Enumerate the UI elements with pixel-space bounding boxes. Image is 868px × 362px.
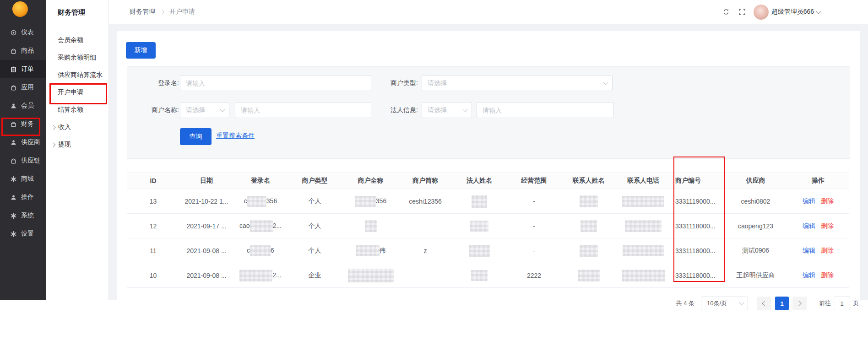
column-header-法人姓名: 法人姓名 bbox=[452, 177, 507, 185]
legal-info-select[interactable]: 请选择 bbox=[422, 102, 472, 118]
table-row: 102021-09-08 ...2...企业22223331118000...王… bbox=[127, 263, 849, 288]
cell-text: 356 bbox=[376, 197, 386, 204]
submenu-item-收入[interactable]: 收入 bbox=[46, 119, 108, 136]
sidebar-item-设置[interactable]: 设置 bbox=[0, 225, 46, 243]
column-header-登录名: 登录名 bbox=[234, 177, 287, 185]
user-avatar[interactable] bbox=[754, 5, 769, 20]
sidebar-item-label: 会员 bbox=[21, 102, 34, 110]
cell-联系人姓名 bbox=[561, 270, 616, 281]
merchant-name-select[interactable]: 请选择 bbox=[180, 102, 229, 118]
table-row: 122021-09-17 ...cao2...个人-3331118000...c… bbox=[127, 214, 849, 238]
workspace-avatar[interactable] bbox=[12, 1, 28, 17]
cell-法人姓名 bbox=[452, 221, 507, 232]
submenu-item-供应商结算流水[interactable]: 供应商结算流水 bbox=[46, 66, 108, 84]
fullscreen-icon[interactable] bbox=[738, 8, 746, 16]
delete-link[interactable]: 删除 bbox=[821, 271, 834, 279]
clipboard-icon bbox=[10, 66, 17, 73]
delete-link[interactable]: 删除 bbox=[821, 247, 834, 254]
redacted-blur bbox=[622, 196, 664, 207]
redacted-blur bbox=[355, 196, 376, 207]
cell-商户类型: 个人 bbox=[287, 222, 342, 230]
sidebar-item-label: 商城 bbox=[21, 175, 34, 183]
column-header-联系人姓名: 联系人姓名 bbox=[561, 177, 616, 185]
cell-商户编号: 3331118000... bbox=[671, 247, 724, 254]
page-content: 新增 登录名: 商户类型: 请选择 商户名称: 请选择 bbox=[109, 24, 868, 300]
redacted-blur bbox=[472, 195, 487, 208]
submenu-item-会员余额[interactable]: 会员余额 bbox=[46, 32, 108, 49]
cell-法人姓名 bbox=[452, 270, 507, 281]
edit-link[interactable]: 编辑 bbox=[803, 197, 815, 205]
cell-法人姓名 bbox=[452, 195, 507, 208]
merchant-type-label: 商户类型: bbox=[326, 75, 418, 91]
cell-供应商: caopeng123 bbox=[724, 222, 787, 230]
cell-经营范围: - bbox=[507, 222, 561, 230]
cell-商户编号: 3331119000... bbox=[671, 198, 724, 205]
submenu-item-label: 采购余额明细 bbox=[58, 54, 96, 62]
sidebar-item-label: 设置 bbox=[21, 230, 34, 238]
cell-联系人电话 bbox=[616, 220, 671, 232]
sidebar-item-label: 操作 bbox=[21, 193, 34, 201]
next-page-button[interactable] bbox=[792, 297, 807, 310]
submenu-item-采购余额明细[interactable]: 采购余额明细 bbox=[46, 49, 108, 66]
sidebar-item-财务[interactable]: 财务 bbox=[0, 115, 46, 133]
legal-info-input[interactable] bbox=[477, 102, 614, 118]
sidebar-item-应用[interactable]: 应用 bbox=[0, 78, 46, 97]
sidebar-item-操作[interactable]: 操作 bbox=[0, 188, 46, 206]
sidebar-item-供应链[interactable]: 供应链 bbox=[0, 151, 46, 170]
gear-icon bbox=[10, 231, 17, 238]
sidebar-item-商品[interactable]: 商品 bbox=[0, 42, 46, 60]
cell-text: 6 bbox=[271, 246, 274, 254]
column-header-商户全称: 商户全称 bbox=[342, 177, 399, 185]
cell-供应商: ceshi0802 bbox=[724, 198, 787, 205]
chevron-left-icon bbox=[762, 301, 767, 306]
page-1-button[interactable]: 1 bbox=[775, 297, 789, 310]
cell-日期: 2021-10-22 1... bbox=[179, 198, 234, 205]
cell-ID: 12 bbox=[127, 222, 179, 230]
sidebar-item-仪表[interactable]: 仪表 bbox=[0, 23, 46, 42]
table-header-row: ID日期登录名商户类型商户全称商户简称法人姓名经营范围联系人姓名联系人电话商户编… bbox=[127, 173, 849, 189]
search-button[interactable]: 查询 bbox=[180, 128, 212, 145]
redacted-blur bbox=[250, 220, 273, 232]
user-icon bbox=[10, 194, 17, 201]
reset-search-link[interactable]: 重置搜索条件 bbox=[216, 132, 255, 140]
prev-page-button[interactable] bbox=[757, 297, 771, 310]
gauge-icon bbox=[10, 29, 17, 36]
chevron-down-icon[interactable] bbox=[816, 9, 821, 14]
cell-联系人姓名 bbox=[561, 245, 616, 257]
redacted-blur bbox=[356, 245, 380, 256]
username[interactable]: 超级管理员666 bbox=[771, 8, 814, 16]
sidebar-item-label: 应用 bbox=[21, 83, 34, 92]
breadcrumb-separator-icon bbox=[160, 10, 165, 14]
submenu-items: 会员余额采购余额明细供应商结算流水开户申请结算余额收入提现 bbox=[46, 24, 108, 153]
sidebar-item-会员[interactable]: 会员 bbox=[0, 97, 46, 115]
cell-text: c bbox=[247, 246, 250, 254]
sidebar-item-供应商[interactable]: 供应商 bbox=[0, 133, 46, 151]
delete-link[interactable]: 删除 bbox=[821, 222, 834, 229]
edit-link[interactable]: 编辑 bbox=[803, 247, 815, 254]
submenu-item-开户申请[interactable]: 开户申请 bbox=[46, 84, 108, 101]
edit-link[interactable]: 编辑 bbox=[803, 271, 815, 279]
goto-page-input[interactable] bbox=[834, 297, 850, 310]
column-header-经营范围: 经营范围 bbox=[507, 177, 561, 185]
refresh-icon[interactable] bbox=[722, 8, 730, 16]
merchant-name-select-placeholder: 请选择 bbox=[186, 106, 205, 114]
sidebar-item-商城[interactable]: 商城 bbox=[0, 170, 46, 188]
cell-日期: 2021-09-08 ... bbox=[179, 272, 234, 279]
redacted-blur bbox=[578, 270, 600, 281]
breadcrumb-finance[interactable]: 财务管理 bbox=[130, 8, 155, 16]
add-button[interactable]: 新增 bbox=[126, 42, 156, 59]
sidebar-item-订单[interactable]: 订单 bbox=[0, 60, 46, 78]
cell-登录名: 2... bbox=[234, 270, 287, 281]
merchant-type-select[interactable]: 请选择 bbox=[422, 75, 613, 91]
chevron-right-icon bbox=[51, 142, 56, 147]
submenu-item-结算余额[interactable]: 结算余额 bbox=[46, 101, 108, 119]
sidebar-item-系统[interactable]: 系统 bbox=[0, 206, 46, 225]
page-size-select[interactable]: 10条/页 bbox=[701, 297, 748, 310]
delete-link[interactable]: 删除 bbox=[821, 197, 834, 205]
edit-link[interactable]: 编辑 bbox=[803, 222, 815, 229]
column-header-ID: ID bbox=[127, 177, 179, 184]
cell-联系人姓名 bbox=[561, 220, 616, 232]
submenu-item-提现[interactable]: 提现 bbox=[46, 136, 108, 153]
goto-unit-label: 页 bbox=[853, 299, 859, 308]
gear-icon bbox=[10, 176, 17, 183]
